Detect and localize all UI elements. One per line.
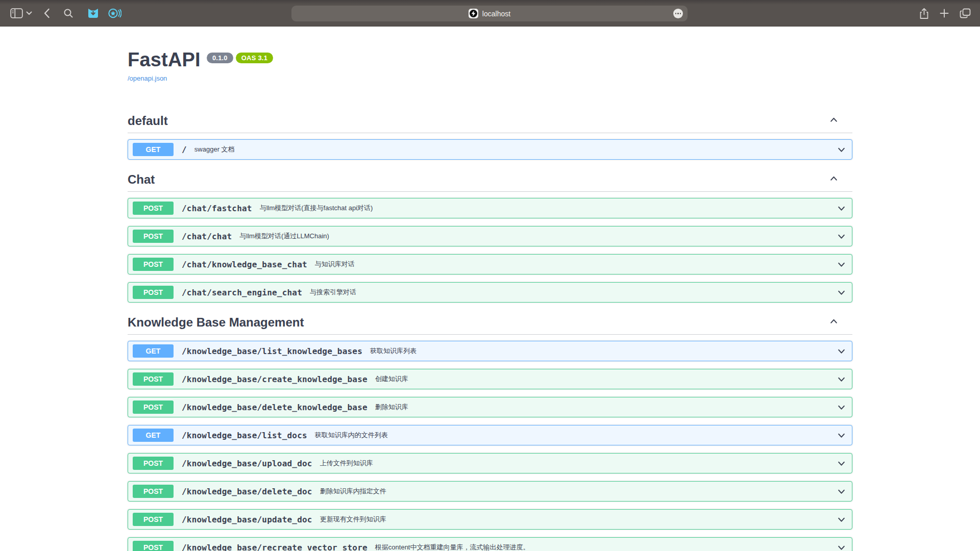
endpoint-row[interactable]: POST /chat/knowledge_base_chat 与知识库对话: [128, 254, 852, 274]
extension-downloader-button[interactable]: [87, 7, 100, 19]
lightning-bolt-icon: [471, 11, 476, 16]
section-collapse-chevron-icon[interactable]: [828, 114, 839, 128]
url-text: localhost: [482, 10, 510, 18]
endpoint-row[interactable]: POST /knowledge_base/delete_doc 删除知识库内指定…: [128, 481, 852, 502]
section-endpoints: POST /chat/fastchat 与llm模型对话(直接与fastchat…: [128, 198, 852, 303]
row-expand-chevron-icon[interactable]: [836, 346, 847, 357]
endpoint-path: /knowledge_base/delete_knowledge_base: [182, 403, 368, 412]
extension-star-button[interactable]: [108, 7, 121, 19]
section-collapse-chevron-icon[interactable]: [828, 316, 839, 329]
tab-overview-icon: [960, 8, 971, 18]
endpoint-description: 上传文件到知识库: [320, 459, 373, 468]
row-expand-chevron-icon[interactable]: [836, 514, 847, 525]
method-badge: GET: [133, 344, 174, 358]
row-expand-chevron-icon[interactable]: [836, 430, 847, 441]
site-favicon: [469, 9, 478, 18]
dot: [677, 13, 679, 14]
endpoint-row[interactable]: POST /chat/fastchat 与llm模型对话(直接与fastchat…: [128, 198, 852, 218]
row-expand-chevron-icon[interactable]: [836, 458, 847, 469]
endpoint-description: 与知识库对话: [315, 260, 355, 269]
method-badge: POST: [133, 230, 174, 243]
row-expand-chevron-icon[interactable]: [836, 231, 847, 242]
endpoint-description: 获取知识库内的文件列表: [315, 431, 388, 440]
endpoint-row[interactable]: POST /chat/search_engine_chat 与搜索引擎对话: [128, 282, 852, 303]
star-broadcast-icon: [108, 7, 121, 19]
method-badge: POST: [133, 202, 174, 215]
dot: [675, 13, 677, 14]
method-badge: POST: [133, 286, 174, 299]
row-expand-chevron-icon[interactable]: [836, 203, 847, 214]
sidebar-menu-button[interactable]: [26, 11, 32, 15]
endpoint-description: 删除知识库内指定文件: [320, 487, 386, 496]
method-badge: POST: [133, 400, 174, 414]
row-expand-chevron-icon[interactable]: [836, 402, 847, 413]
endpoint-path: /knowledge_base/list_knowledge_bases: [182, 346, 362, 356]
method-badge: POST: [133, 513, 174, 526]
method-badge: POST: [133, 457, 174, 470]
oas-badge: OAS 3.1: [236, 53, 273, 63]
endpoint-description: 与llm模型对话(直接与fastchat api对话): [260, 204, 373, 213]
endpoint-row[interactable]: GET / swagger 文档: [128, 139, 852, 160]
endpoint-row[interactable]: GET /knowledge_base/list_knowledge_bases…: [128, 341, 852, 361]
endpoint-description: 创建知识库: [375, 374, 408, 384]
section-title: Knowledge Base Management: [128, 316, 304, 329]
new-tab-button[interactable]: [940, 9, 949, 18]
endpoint-description: 根据content中文档重建向量库，流式输出处理进度。: [375, 543, 530, 551]
tag-section: Knowledge Base Management GET /knowledge…: [128, 316, 852, 551]
section-header[interactable]: default: [128, 114, 852, 133]
api-sections: default GET / swagger 文档 Chat: [128, 114, 852, 551]
endpoint-path: /knowledge_base/update_doc: [182, 515, 312, 524]
endpoint-row[interactable]: GET /knowledge_base/list_docs 获取知识库内的文件列…: [128, 425, 852, 445]
version-badge: 0.1.0: [207, 53, 233, 63]
section-collapse-chevron-icon[interactable]: [828, 173, 839, 186]
swagger-page: FastAPI0.1.0OAS 3.1 /openapi.json defaul…: [0, 27, 980, 551]
endpoint-row[interactable]: POST /knowledge_base/recreate_vector_sto…: [128, 537, 852, 551]
section-title: default: [128, 114, 168, 128]
share-button[interactable]: [919, 8, 929, 19]
plus-icon: [940, 9, 949, 18]
extensions-more-button[interactable]: [673, 9, 683, 18]
endpoint-path: /: [182, 145, 187, 155]
row-expand-chevron-icon[interactable]: [836, 259, 847, 270]
endpoint-row[interactable]: POST /knowledge_base/create_knowledge_ba…: [128, 369, 852, 389]
endpoint-row[interactable]: POST /chat/chat 与llm模型对话(通过LLMChain): [128, 226, 852, 246]
method-badge: POST: [133, 258, 174, 271]
endpoint-row[interactable]: POST /knowledge_base/update_doc 更新现有文件到知…: [128, 509, 852, 530]
row-expand-chevron-icon[interactable]: [836, 144, 847, 155]
address-bar[interactable]: localhost: [291, 6, 688, 21]
endpoint-description: 与搜索引擎对话: [310, 288, 356, 297]
endpoint-row[interactable]: POST /knowledge_base/upload_doc 上传文件到知识库: [128, 453, 852, 473]
chevron-down-icon: [26, 11, 32, 15]
section-header[interactable]: Knowledge Base Management: [128, 316, 852, 335]
endpoint-path: /chat/knowledge_base_chat: [182, 260, 307, 269]
tab-overview-button[interactable]: [960, 8, 971, 18]
method-badge: GET: [133, 143, 174, 156]
endpoint-path: /knowledge_base/upload_doc: [182, 459, 312, 468]
section-endpoints: GET /knowledge_base/list_knowledge_bases…: [128, 341, 852, 551]
endpoint-path: /chat/chat: [182, 232, 232, 241]
tag-section: Chat POST /chat/fastchat 与llm模型对话(直接与fas…: [128, 173, 852, 303]
endpoint-path: /knowledge_base/list_docs: [182, 431, 307, 440]
endpoint-description: swagger 文档: [194, 145, 235, 154]
sidebar-toggle-button[interactable]: [10, 8, 23, 18]
row-expand-chevron-icon[interactable]: [836, 542, 847, 551]
endpoint-path: /knowledge_base/recreate_vector_store: [182, 543, 368, 551]
section-header[interactable]: Chat: [128, 173, 852, 192]
search-button[interactable]: [63, 8, 74, 18]
row-expand-chevron-icon[interactable]: [836, 486, 847, 497]
endpoint-description: 获取知识库列表: [370, 346, 416, 356]
api-info: FastAPI0.1.0OAS 3.1 /openapi.json: [128, 27, 852, 83]
row-expand-chevron-icon[interactable]: [836, 287, 847, 298]
section-endpoints: GET / swagger 文档: [128, 139, 852, 160]
endpoint-description: 更新现有文件到知识库: [320, 515, 386, 524]
endpoint-description: 删除知识库: [375, 403, 408, 412]
row-expand-chevron-icon[interactable]: [836, 374, 847, 385]
method-badge: POST: [133, 372, 174, 386]
openapi-spec-link[interactable]: /openapi.json: [128, 74, 167, 82]
endpoint-path: /knowledge_base/create_knowledge_base: [182, 374, 368, 384]
tag-section: default GET / swagger 文档: [128, 114, 852, 160]
method-badge: POST: [133, 541, 174, 551]
back-button[interactable]: [43, 8, 50, 18]
dot: [680, 13, 681, 14]
endpoint-row[interactable]: POST /knowledge_base/delete_knowledge_ba…: [128, 397, 852, 417]
